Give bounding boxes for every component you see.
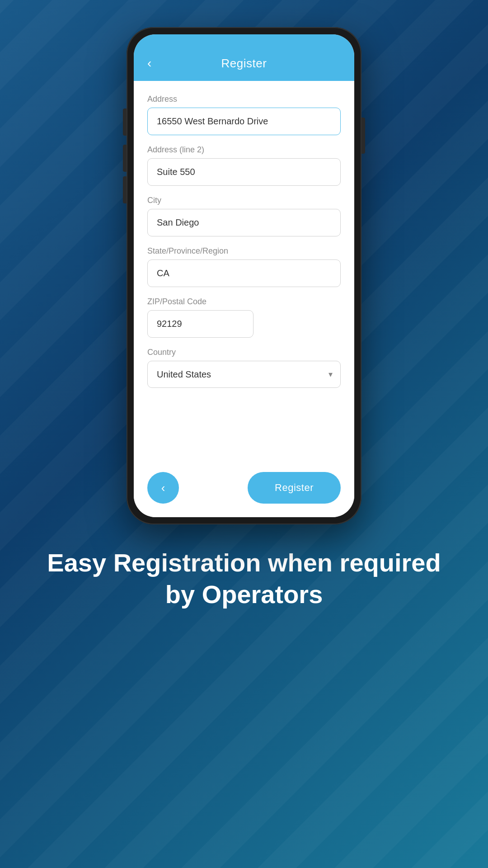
country-select[interactable]: United States Canada Mexico United Kingd… [147,361,341,388]
back-button[interactable]: ‹ [147,472,179,504]
zip-input[interactable] [147,310,253,338]
header-back-button[interactable]: ‹ [147,57,151,70]
page-title: Register [221,57,267,71]
country-group: Country United States Canada Mexico Unit… [147,348,341,388]
state-input[interactable] [147,259,341,287]
phone-frame: ‹ Register Address Address (line 2) City [127,27,361,524]
country-label: Country [147,348,341,357]
zip-label: ZIP/Postal Code [147,297,341,307]
tagline-section: Easy Registration when required by Opera… [0,547,488,610]
address-label: Address [147,94,341,104]
tagline-text: Easy Registration when required by Opera… [36,547,452,610]
app-header: ‹ Register [134,34,354,81]
city-label: City [147,196,341,205]
phone-screen: ‹ Register Address Address (line 2) City [134,34,354,517]
state-label: State/Province/Region [147,246,341,256]
form-area: Address Address (line 2) City State/Prov… [134,81,354,463]
register-button[interactable]: Register [248,472,341,504]
action-row: ‹ Register [134,463,354,517]
address-group: Address [147,94,341,135]
state-group: State/Province/Region [147,246,341,287]
city-group: City [147,196,341,236]
address-input[interactable] [147,108,341,135]
address2-label: Address (line 2) [147,145,341,155]
address2-group: Address (line 2) [147,145,341,186]
country-select-wrapper: United States Canada Mexico United Kingd… [147,361,341,388]
city-input[interactable] [147,209,341,236]
zip-group: ZIP/Postal Code [147,297,341,338]
address2-input[interactable] [147,158,341,186]
back-arrow-icon: ‹ [161,481,165,495]
